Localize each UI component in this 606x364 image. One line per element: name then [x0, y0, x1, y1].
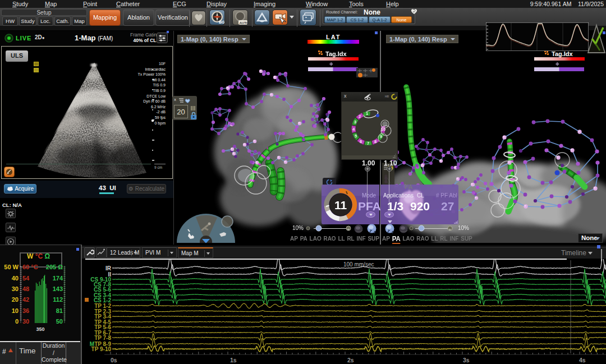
svg-text:TP 7-8: TP 7-8 — [94, 335, 111, 341]
svg-text:3s: 3s — [463, 357, 470, 363]
svg-text:2: 2 — [359, 114, 361, 119]
svg-text:143: 143 — [53, 285, 63, 292]
svg-text:11: 11 — [334, 199, 347, 211]
svg-text:9: 9 — [380, 134, 382, 139]
svg-text:BG: BG — [219, 20, 224, 24]
svg-text:50 W: 50 W — [4, 264, 19, 270]
svg-text:0s: 0s — [111, 357, 117, 363]
svg-text:6: 6 — [360, 139, 362, 144]
svg-text:30: 30 — [22, 318, 29, 325]
svg-text:IR: IR — [105, 265, 112, 271]
svg-text:50: 50 — [56, 318, 63, 325]
svg-text:54: 54 — [22, 275, 30, 282]
svg-text:42: 42 — [22, 296, 29, 303]
svg-text:81: 81 — [56, 307, 63, 314]
svg-text:4s: 4s — [579, 357, 586, 363]
svg-text:36: 36 — [22, 307, 29, 314]
svg-text:112: 112 — [53, 296, 63, 303]
svg-text:8: 8 — [374, 139, 377, 144]
svg-text:5: 5 — [355, 133, 357, 139]
svg-text:3: 3 — [354, 119, 356, 125]
svg-text:350: 350 — [36, 326, 44, 332]
svg-text:48: 48 — [22, 285, 29, 292]
svg-text:20: 20 — [12, 296, 19, 303]
svg-text:TP 9-10: TP 9-10 — [91, 346, 112, 352]
svg-text:10: 10 — [12, 307, 19, 314]
svg-text:7: 7 — [367, 141, 369, 146]
svg-text:0: 0 — [15, 318, 19, 325]
svg-text:205 Ω: 205 Ω — [46, 264, 63, 270]
svg-text:2s: 2s — [347, 357, 354, 363]
svg-text:60 °C: 60 °C — [22, 264, 38, 270]
svg-text:174: 174 — [53, 275, 63, 282]
svg-text:1s: 1s — [230, 357, 237, 363]
svg-text:30: 30 — [12, 285, 19, 292]
svg-text:AUTO: AUTO — [240, 21, 248, 25]
svg-text:40: 40 — [12, 275, 19, 282]
svg-text:10: 10 — [381, 127, 385, 132]
svg-text:1: 1 — [366, 111, 368, 116]
